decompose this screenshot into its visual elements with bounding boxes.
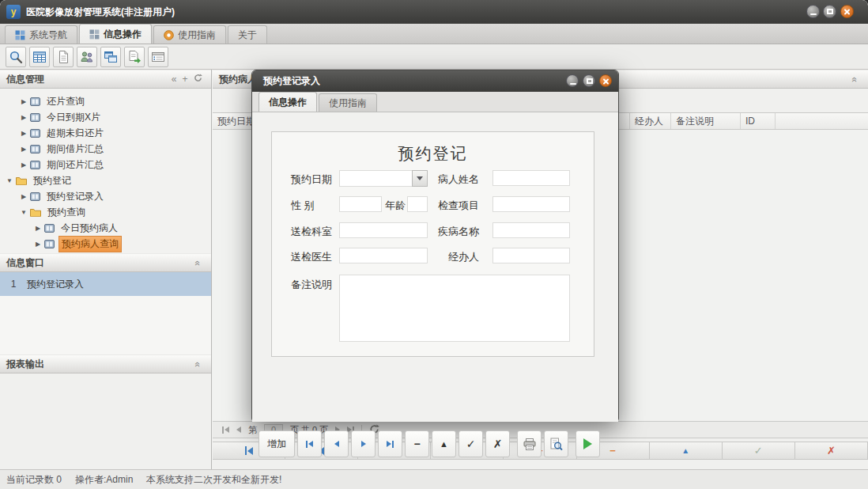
dept-input[interactable] (339, 222, 428, 238)
doctor-input[interactable] (339, 248, 428, 263)
tree-item[interactable]: ▶还片查询 (0, 93, 211, 109)
printer-icon (523, 438, 536, 450)
expand-arrow-icon[interactable]: ▶ (19, 130, 28, 137)
windows-icon (104, 50, 118, 64)
maximize-icon (827, 9, 833, 14)
tree-item-label: 预约查询 (45, 205, 88, 220)
tree-item[interactable]: ▶预约登记录入 (0, 188, 211, 204)
tab-info-operation[interactable]: 信息操作 (79, 24, 152, 44)
column-header-remark[interactable]: 备注说明 (671, 113, 741, 129)
users-button[interactable] (77, 47, 97, 67)
last-record-button[interactable] (378, 430, 402, 457)
expand-arrow-icon[interactable]: ▶ (19, 193, 28, 200)
panel-header-info-window: 信息窗口 « (0, 253, 211, 272)
collapse-up-icon[interactable]: « (192, 355, 203, 373)
info-window-item[interactable]: 1 预约登记录入 (0, 272, 211, 296)
column-header-id[interactable]: ID (741, 113, 776, 129)
collapse-left-icon[interactable]: « (168, 70, 179, 88)
tree-item-label: 预约登记 (31, 173, 74, 188)
navigation-tree: ▶还片查询 ▶今日到期X片 ▶超期未归还片 ▶期间借片汇总 ▶期间还片汇总 ▼预… (0, 89, 211, 253)
tree-item[interactable]: ▶今日到期X片 (0, 109, 211, 125)
delete-button[interactable]: − (405, 430, 429, 457)
film-icon (30, 161, 40, 169)
dialog-maximize-button[interactable] (583, 74, 595, 87)
document-button[interactable] (53, 47, 74, 67)
film-icon (44, 240, 55, 248)
prev-page-icon[interactable] (236, 426, 241, 433)
tab-label: 使用指南 (178, 28, 216, 42)
dialog-close-button[interactable] (599, 74, 612, 87)
table-button[interactable] (29, 47, 50, 67)
dialog-minimize-button[interactable] (566, 74, 579, 87)
collapse-arrow-icon[interactable]: ▼ (19, 209, 28, 216)
minus-icon: − (413, 438, 420, 450)
next-record-button[interactable] (351, 430, 376, 457)
gender-input[interactable] (339, 196, 382, 212)
first-record-button[interactable] (297, 430, 322, 457)
collapse-up-icon[interactable]: « (192, 254, 203, 271)
disease-input[interactable] (492, 222, 570, 238)
tree-item[interactable]: ▶今日预约病人 (0, 220, 211, 236)
check-icon: ✓ (754, 445, 763, 457)
confirm-record-button[interactable]: ✓ (723, 442, 795, 459)
cancel-record-button[interactable]: ✗ (795, 442, 868, 459)
tree-item[interactable]: ▶超期未归还片 (0, 125, 211, 141)
expand-arrow-icon[interactable]: ▶ (19, 114, 28, 121)
appointment-form: 预约登记 预约日期 病人姓名 性 别 年龄 检查项目 送检科室 疾病名称 送 (271, 131, 594, 357)
expand-arrow-icon[interactable]: ▶ (33, 241, 43, 248)
add-button[interactable]: 增加 (259, 430, 295, 457)
list-button[interactable] (148, 47, 168, 67)
remark-textarea[interactable] (339, 275, 570, 342)
windows-button[interactable] (100, 47, 121, 67)
minimize-button[interactable] (806, 5, 820, 18)
maximize-icon (587, 78, 593, 84)
tab-user-guide[interactable]: 使用指南 (153, 25, 226, 44)
dialog-tab-user-guide[interactable]: 使用指南 (319, 93, 377, 112)
prev-record-button[interactable] (324, 430, 349, 457)
edit-record-button[interactable]: ▲ (650, 442, 723, 459)
age-input[interactable] (407, 196, 428, 212)
dialog-tab-info-operation[interactable]: 信息操作 (259, 92, 317, 112)
cancel-button[interactable]: ✗ (485, 430, 510, 457)
print-button[interactable] (517, 430, 542, 457)
date-input[interactable] (339, 170, 412, 187)
tree-item[interactable]: ▶期间借片汇总 (0, 141, 211, 157)
exam-item-input[interactable] (492, 196, 570, 212)
main-toolbar (0, 44, 868, 70)
close-button[interactable] (840, 5, 854, 18)
confirm-button[interactable]: ✓ (459, 430, 483, 457)
edit-button[interactable]: ▲ (432, 430, 456, 457)
tab-about[interactable]: 关于 (228, 25, 267, 44)
dialog-body: 预约登记 预约日期 病人姓名 性 别 年龄 检查项目 送检科室 疾病名称 送 (252, 112, 618, 422)
tab-system-nav[interactable]: 系统导航 (5, 25, 77, 44)
search-button[interactable] (6, 47, 26, 67)
status-record-count: 当前记录数 0 (6, 470, 62, 489)
status-operator: 操作者:Admin (75, 470, 133, 489)
tree-item-selected[interactable]: ▶预约病人查询 (0, 236, 211, 252)
collapse-up-icon[interactable]: « (849, 70, 860, 88)
maximize-button[interactable] (823, 5, 836, 18)
grid-icon (15, 30, 25, 40)
add-icon[interactable]: + (179, 70, 191, 88)
tree-item-folder[interactable]: ▼预约查询 (0, 204, 211, 220)
tree-item-folder[interactable]: ▼预约登记 (0, 172, 211, 188)
expand-arrow-icon[interactable]: ▶ (19, 146, 28, 153)
expand-arrow-icon[interactable]: ▶ (33, 225, 43, 232)
patient-name-input[interactable] (492, 170, 570, 186)
preview-button[interactable] (544, 430, 568, 457)
export-button[interactable] (124, 47, 145, 67)
label-doctor: 送检医生 (291, 250, 332, 264)
operator-input[interactable] (492, 248, 570, 263)
expand-arrow-icon[interactable]: ▶ (19, 98, 28, 105)
tree-item[interactable]: ▶期间还片汇总 (0, 157, 211, 172)
date-combobox[interactable] (339, 170, 428, 187)
column-header-operator[interactable]: 经办人 (630, 113, 671, 129)
refresh-icon[interactable] (192, 70, 203, 88)
dialog-toolbar: 增加 − ▲ ✓ ✗ (252, 428, 618, 460)
dropdown-button[interactable] (412, 170, 428, 187)
collapse-arrow-icon[interactable]: ▼ (5, 177, 14, 184)
run-button[interactable] (576, 430, 600, 457)
first-page-icon[interactable] (222, 426, 229, 434)
expand-arrow-icon[interactable]: ▶ (19, 161, 28, 169)
tree-item-label: 今日到期X片 (44, 110, 103, 125)
